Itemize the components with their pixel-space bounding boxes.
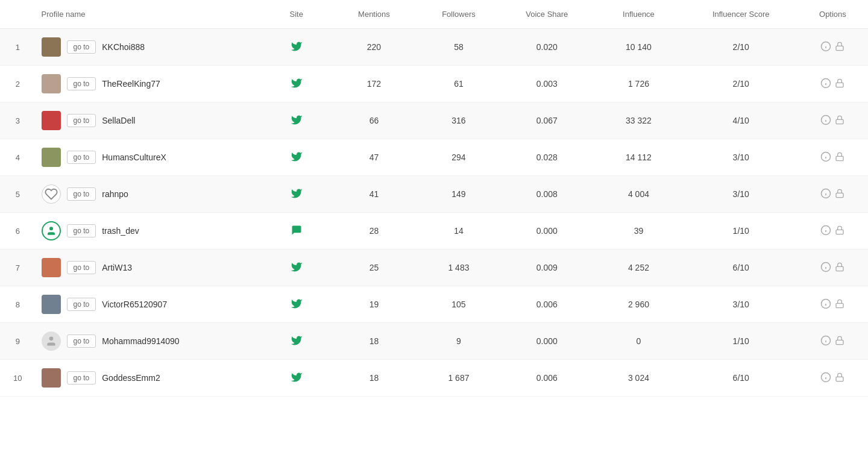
profile-name: rahnpo xyxy=(102,189,128,199)
avatar xyxy=(42,331,61,351)
lock-icon[interactable] xyxy=(835,42,844,53)
table-row: 6 go to trash_dev 28 14 0.000 39 1/10 xyxy=(0,213,868,250)
profile-cell: go to ArtiW13 xyxy=(42,258,257,277)
lock-icon[interactable] xyxy=(835,372,844,384)
influencer-score-cell: 1/10 xyxy=(685,323,797,360)
voice-share-cell: 0.000 xyxy=(501,323,593,360)
lock-icon[interactable] xyxy=(835,299,844,310)
table-header: Profile name Site Mentions Followers Voi… xyxy=(0,0,868,29)
options-container xyxy=(802,372,863,385)
influencer-score-cell: 6/10 xyxy=(685,360,797,397)
info-icon[interactable] xyxy=(820,262,831,274)
profile-name: ArtiW13 xyxy=(102,263,132,272)
name-cell: go to GoddessEmm2 xyxy=(36,360,262,397)
followers-cell: 149 xyxy=(417,176,501,213)
name-cell: go to KKChoi888 xyxy=(36,29,262,66)
svg-rect-24 xyxy=(836,230,843,234)
site-cell xyxy=(261,29,332,66)
goto-button[interactable]: go to xyxy=(67,187,96,201)
header-rank xyxy=(0,0,36,29)
options-cell xyxy=(797,323,868,360)
lock-icon[interactable] xyxy=(835,78,844,90)
options-cell xyxy=(797,286,868,323)
rank-cell: 5 xyxy=(0,176,36,213)
mentions-cell: 19 xyxy=(332,286,416,323)
info-icon[interactable] xyxy=(820,298,831,311)
goto-button[interactable]: go to xyxy=(67,261,96,274)
goto-button[interactable]: go to xyxy=(67,334,96,348)
info-icon[interactable] xyxy=(820,372,831,385)
goto-button[interactable]: go to xyxy=(67,371,96,385)
table-row: 2 go to TheReelKing77 172 61 0.003 1 726… xyxy=(0,66,868,102)
options-cell xyxy=(797,139,868,176)
lock-icon[interactable] xyxy=(835,336,844,347)
name-cell: go to HumansCultureX xyxy=(36,139,262,176)
goto-button[interactable]: go to xyxy=(67,151,96,164)
profile-cell: go to SellaDell xyxy=(42,111,257,130)
table-row: 7 go to ArtiW13 25 1 483 0.009 4 252 6/1… xyxy=(0,250,868,286)
influence-cell: 1 726 xyxy=(593,66,684,102)
followers-cell: 58 xyxy=(417,29,501,66)
voice-share-cell: 0.006 xyxy=(501,360,593,397)
mentions-cell: 25 xyxy=(332,250,416,286)
influence-cell: 10 140 xyxy=(593,29,684,66)
options-cell xyxy=(797,29,868,66)
svg-rect-7 xyxy=(836,83,843,87)
lock-icon[interactable] xyxy=(835,225,844,237)
lock-icon[interactable] xyxy=(835,152,844,163)
lock-icon[interactable] xyxy=(835,262,844,274)
options-container xyxy=(802,298,863,311)
info-icon[interactable] xyxy=(820,188,831,201)
info-icon[interactable] xyxy=(820,41,831,54)
avatar xyxy=(42,184,61,204)
goto-button[interactable]: go to xyxy=(67,114,96,127)
rank-cell: 2 xyxy=(0,66,36,102)
header-mentions: Mentions xyxy=(332,0,416,29)
mentions-cell: 28 xyxy=(332,213,416,250)
info-icon[interactable] xyxy=(820,78,831,90)
lock-icon[interactable] xyxy=(835,189,844,200)
profile-name: VictorR65120907 xyxy=(102,300,167,309)
twitter-icon xyxy=(291,155,303,165)
goto-button[interactable]: go to xyxy=(67,40,96,54)
svg-point-33 xyxy=(49,337,53,341)
influencer-score-cell: 3/10 xyxy=(685,139,797,176)
site-cell xyxy=(261,176,332,213)
chat-icon xyxy=(291,228,303,238)
rank-cell: 6 xyxy=(0,213,36,250)
followers-cell: 1 687 xyxy=(417,360,501,397)
header-options: Options xyxy=(797,0,868,29)
voice-share-cell: 0.067 xyxy=(501,102,593,139)
site-cell xyxy=(261,102,332,139)
profile-name: SellaDell xyxy=(102,116,135,125)
options-container xyxy=(802,115,863,127)
svg-rect-28 xyxy=(836,266,843,271)
influencer-table: Profile name Site Mentions Followers Voi… xyxy=(0,0,868,397)
goto-button[interactable]: go to xyxy=(67,298,96,311)
profile-name: KKChoi888 xyxy=(102,42,145,52)
profile-cell: go to Mohammad9914090 xyxy=(42,331,257,351)
followers-cell: 316 xyxy=(417,102,501,139)
info-icon[interactable] xyxy=(820,151,831,164)
svg-rect-41 xyxy=(836,377,843,381)
voice-share-cell: 0.006 xyxy=(501,286,593,323)
profile-name: GoddessEmm2 xyxy=(102,373,160,383)
goto-button[interactable]: go to xyxy=(67,224,96,237)
voice-share-cell: 0.000 xyxy=(501,213,593,250)
avatar xyxy=(42,111,61,130)
lock-icon[interactable] xyxy=(835,115,844,127)
name-cell: go to rahnpo xyxy=(36,176,262,213)
site-cell xyxy=(261,286,332,323)
rank-cell: 1 xyxy=(0,29,36,66)
options-container xyxy=(802,335,863,348)
profile-cell: go to trash_dev xyxy=(42,221,257,240)
header-site: Site xyxy=(261,0,332,29)
info-icon[interactable] xyxy=(820,335,831,348)
info-icon[interactable] xyxy=(820,225,831,237)
influencer-score-cell: 3/10 xyxy=(685,176,797,213)
info-icon[interactable] xyxy=(820,115,831,127)
goto-button[interactable]: go to xyxy=(67,77,96,90)
table-row: 5 go to rahnpo 41 149 0.008 4 004 3/10 xyxy=(0,176,868,213)
voice-share-cell: 0.008 xyxy=(501,176,593,213)
site-cell xyxy=(261,360,332,397)
